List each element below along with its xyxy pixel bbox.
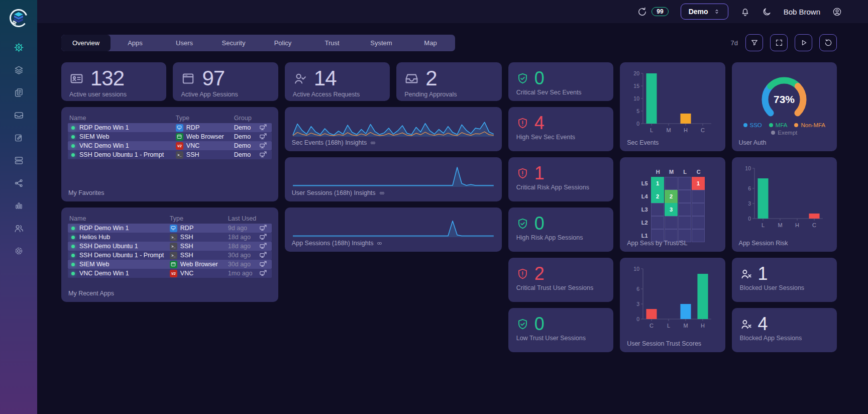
svg-text:L: L	[667, 323, 670, 329]
app-type: Web Browser	[170, 261, 228, 268]
sidebar-item-book-pen[interactable]	[7, 127, 30, 149]
sidebar-item-gear[interactable]	[7, 240, 30, 262]
launch-icon	[259, 142, 267, 150]
notifications-button[interactable]	[740, 7, 750, 17]
play-button[interactable]	[795, 34, 812, 51]
online-status-dot	[71, 126, 75, 130]
filter-button[interactable]	[745, 34, 763, 51]
severity-value: 0	[534, 69, 544, 87]
tab-policy[interactable]: Policy	[258, 35, 307, 51]
legend-item-exempt: Exempt	[771, 130, 797, 136]
svg-text:H: H	[795, 222, 799, 228]
sidebar-item-tray[interactable]	[7, 104, 30, 127]
recent-apps-row[interactable]: VNC Demo Win 1V2VNC1mo ago	[68, 269, 272, 278]
recent-apps-header-row: NameTypeLast Used	[68, 213, 272, 224]
link-icon[interactable]	[376, 240, 383, 247]
recent-apps-row[interactable]: SIEM WebWeb Browser30d ago	[68, 260, 272, 269]
blocked-value: 4	[758, 315, 768, 333]
recent-apps-row[interactable]: SSH Demo Ubuntu 1>_SSH18d ago	[68, 242, 272, 251]
launch-app-button[interactable]	[259, 133, 270, 141]
app-type: Web Browser	[176, 133, 234, 141]
link-icon[interactable]	[379, 190, 385, 196]
heatmap-cell-L2-L	[678, 216, 691, 229]
app-name: RDP Demo Win 1	[79, 225, 170, 232]
tab-security[interactable]: Security	[209, 35, 258, 51]
heatmap-cell-L3-C	[692, 203, 705, 216]
sidebar-item-helm[interactable]	[7, 36, 30, 59]
app-group: Demo	[234, 124, 259, 131]
sidebar-item-servers[interactable]	[7, 149, 30, 172]
online-status-dot	[71, 254, 75, 257]
tab-trust[interactable]: Trust	[307, 35, 357, 51]
launch-icon	[259, 242, 267, 250]
chart-title: Sec Events (168h) Insights	[292, 139, 367, 146]
app-last-used: 30d ago	[228, 252, 259, 259]
launch-app-button[interactable]	[259, 142, 270, 150]
shield-alert-icon	[516, 268, 529, 280]
launch-icon	[259, 260, 267, 268]
app-type-icon: >_	[170, 234, 177, 241]
recent-apps-row[interactable]: SSH Demo Ubuntu 1 - Prompt>_SSH30d ago	[68, 251, 272, 260]
launch-app-button[interactable]	[259, 124, 270, 132]
launch-app-button[interactable]	[259, 260, 270, 268]
svg-text:L: L	[762, 222, 765, 228]
blocked-value: 1	[758, 265, 768, 283]
favorites-row[interactable]: VNC Demo Win 1V2VNCDemo	[68, 141, 272, 150]
product-logo[interactable]	[9, 8, 29, 28]
launch-app-button[interactable]	[259, 151, 270, 159]
user-menu-button[interactable]	[832, 7, 842, 17]
column-header-name: Name	[69, 115, 176, 122]
launch-app-button[interactable]	[259, 269, 270, 277]
launch-app-button[interactable]	[259, 224, 270, 232]
severity-value: 0	[534, 315, 544, 333]
recent-apps-row[interactable]: RDP Demo Win 1RDP9d ago	[68, 224, 272, 233]
app-group: Demo	[234, 133, 259, 140]
link-icon[interactable]	[370, 140, 376, 146]
content-area: OverviewAppsUsersSecurityPolicyTrustSyst…	[37, 23, 868, 414]
tab-map[interactable]: Map	[406, 35, 455, 51]
sidebar-item-users[interactable]	[7, 217, 30, 240]
blocked-label: Blocked App Sessions	[740, 335, 829, 342]
tab-apps[interactable]: Apps	[111, 35, 160, 51]
dark-mode-toggle[interactable]	[762, 7, 772, 17]
card-sec-events-insights: Sec Events (168h) Insights	[285, 107, 502, 151]
favorites-row[interactable]: RDP Demo Win 1RDPDemo	[68, 123, 272, 132]
launch-app-button[interactable]	[259, 251, 270, 259]
launch-app-button[interactable]	[259, 233, 270, 241]
recent-apps-row[interactable]: Helios Hub>_SSH18d ago	[68, 233, 272, 242]
org-selector[interactable]: Demo	[681, 4, 728, 20]
sidebar	[0, 0, 37, 414]
severity-card-3: 0High Risk App Sessions	[508, 208, 613, 252]
blocked-card-1: 4Blocked App Sessions	[732, 308, 837, 352]
sidebar-item-bars[interactable]	[7, 194, 30, 217]
tab-system[interactable]: System	[357, 35, 406, 51]
stat-label: Active Access Requests	[293, 91, 382, 98]
launch-app-button[interactable]	[259, 242, 270, 250]
refresh-button[interactable]	[819, 34, 837, 51]
legend-dot	[743, 123, 747, 127]
app-name: SSH Demo Ubuntu 1 - Prompt	[79, 252, 170, 259]
heatmap-cell-L5-H: 1	[651, 177, 664, 190]
user-check-icon	[293, 71, 307, 86]
bell-icon	[740, 7, 750, 17]
heatmap-col-label: L	[678, 167, 692, 177]
chevron-updown-icon	[713, 8, 720, 15]
fullscreen-button[interactable]	[770, 34, 788, 51]
sidebar-item-layers[interactable]	[7, 59, 30, 81]
card-user-sessions-insights: User Sessions (168h) Insights	[285, 157, 502, 201]
tab-overview[interactable]: Overview	[61, 35, 111, 51]
app-type: V2VNC	[170, 270, 228, 277]
favorites-row[interactable]: SIEM WebWeb BrowserDemo	[68, 132, 272, 141]
tab-users[interactable]: Users	[160, 35, 209, 51]
svg-text:6: 6	[636, 286, 639, 292]
sidebar-item-share[interactable]	[7, 172, 30, 194]
severity-label: Critical Sev Sec Events	[516, 89, 605, 96]
refresh-icon	[824, 39, 832, 47]
sync-button[interactable]	[637, 7, 647, 17]
topbar: 99 Demo Bob Brown	[37, 0, 868, 23]
app-type-label: RDP	[180, 225, 193, 232]
app-name: SSH Demo Ubuntu 1 - Prompt	[79, 151, 176, 158]
card-user-auth: 73%SSOMFANon-MFAExemptUser Auth	[732, 62, 837, 151]
sidebar-item-pages[interactable]	[7, 81, 30, 104]
favorites-row[interactable]: SSH Demo Ubuntu 1 - Prompt>_SSHDemo	[68, 150, 272, 159]
